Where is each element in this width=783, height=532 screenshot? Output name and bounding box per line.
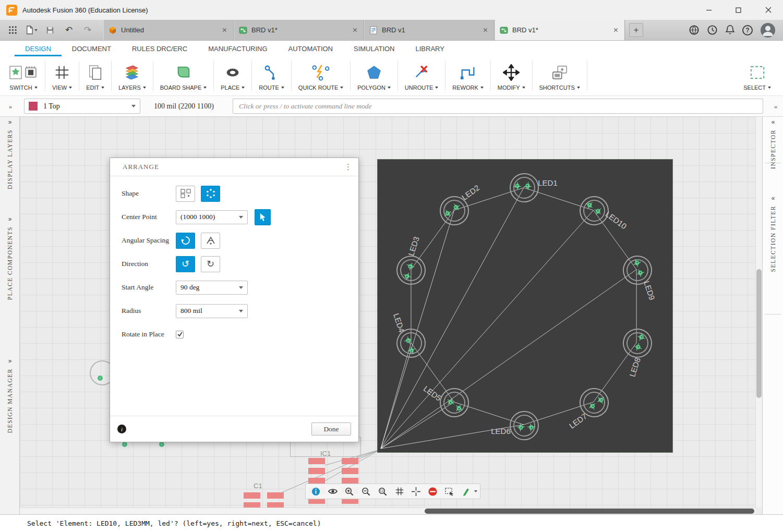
close-tab-icon[interactable] — [221, 26, 228, 34]
smd-pad[interactable] — [342, 458, 358, 464]
ribbon-group-polygon[interactable]: POLYGON — [351, 56, 397, 95]
ribbon-group-edit[interactable]: EDIT — [79, 56, 111, 95]
menu-tab-design[interactable]: DESIGN — [15, 41, 62, 56]
smd-pad[interactable] — [308, 458, 325, 464]
expand-panel-icon[interactable]: » — [8, 215, 11, 223]
led-pad[interactable] — [444, 210, 451, 216]
ribbon-group-switch[interactable]: SWITCH — [2, 56, 45, 95]
grid-icon[interactable] — [392, 485, 407, 498]
ribbon-group-view[interactable]: VIEW — [45, 56, 79, 95]
pcb-canvas[interactable]: IC1 C1 LED1LED2LED3LED4LED5LED6LED7LED8L… — [20, 117, 762, 514]
expand-panel-icon[interactable]: » — [8, 357, 11, 365]
command-line-input[interactable] — [233, 99, 763, 114]
close-button[interactable] — [753, 0, 783, 20]
redo-button[interactable]: ↷ — [78, 20, 97, 40]
close-tab-icon[interactable] — [612, 26, 620, 34]
info-icon[interactable] — [308, 485, 323, 498]
sidebar-panel-inspector[interactable]: «INSPECTOR — [763, 117, 783, 169]
rotate-in-place-checkbox[interactable] — [176, 331, 184, 338]
radius-dropdown[interactable]: 800 mil — [176, 304, 248, 318]
chevron-down-icon[interactable] — [474, 490, 477, 492]
disable-icon[interactable] — [425, 485, 440, 498]
document-tab[interactable]: BRD v1* — [234, 20, 364, 40]
menu-tab-automation[interactable]: AUTOMATION — [278, 41, 343, 56]
sidebar-panel-place-components[interactable]: »PLACE COMPONENTS — [0, 214, 19, 300]
zoom-in-icon[interactable] — [342, 485, 357, 498]
led-footprint[interactable] — [509, 172, 540, 203]
vertical-scrollbar-thumb[interactable] — [756, 269, 762, 398]
help-icon[interactable]: ? — [742, 25, 753, 35]
menu-tab-document[interactable]: DOCUMENT — [62, 41, 122, 56]
save-button[interactable] — [41, 20, 59, 40]
menu-tab-manufacturing[interactable]: MANUFACTURING — [198, 41, 278, 56]
dialog-menu-icon[interactable]: ⋮ — [344, 162, 352, 172]
info-icon[interactable]: i — [117, 425, 126, 433]
expand-panel-icon[interactable]: » — [8, 118, 11, 126]
clockwise-icon[interactable]: ↻ — [201, 256, 220, 272]
menu-tab-rules-drc-erc[interactable]: RULES DRC/ERC — [122, 41, 198, 56]
extensions-icon[interactable] — [689, 25, 700, 35]
led-pad[interactable] — [519, 425, 523, 430]
tht-pad[interactable] — [159, 442, 164, 447]
ribbon-group-select[interactable]: SELECT — [737, 56, 778, 95]
maximize-button[interactable] — [724, 0, 753, 20]
led-pad[interactable] — [525, 184, 530, 188]
zoom-window-icon[interactable] — [375, 485, 390, 498]
close-tab-icon[interactable] — [481, 26, 489, 34]
led-pad[interactable] — [453, 204, 460, 211]
select-window-icon[interactable] — [442, 485, 457, 498]
ribbon-group-place[interactable]: PLACE — [214, 56, 251, 95]
tht-pad[interactable] — [98, 376, 103, 381]
menu-tab-simulation[interactable]: SIMULATION — [343, 41, 405, 56]
document-tab[interactable]: BRD v1* — [495, 20, 625, 40]
crosshair-icon[interactable] — [408, 485, 424, 498]
smd-pad[interactable] — [267, 492, 284, 499]
sidebar-panel-selection-filter[interactable]: «SELECTION FILTER — [763, 193, 783, 272]
horizontal-scrollbar-thumb[interactable] — [425, 509, 755, 514]
undo-button[interactable]: ↶ — [59, 20, 78, 40]
sidebar-panel-design-manager[interactable]: »DESIGN MANAGER — [0, 356, 19, 433]
smd-pad[interactable] — [244, 492, 260, 499]
smd-pad[interactable] — [308, 468, 325, 474]
shape-rectangular-button[interactable] — [176, 186, 195, 202]
custom-spacing-button[interactable] — [201, 233, 220, 249]
led-footprint[interactable] — [509, 410, 540, 441]
start-angle-dropdown[interactable]: 90 deg — [176, 281, 248, 295]
profile-avatar[interactable] — [760, 22, 776, 38]
ribbon-group-modify[interactable]: MODIFY — [491, 56, 532, 95]
shape-circular-button[interactable] — [201, 186, 220, 202]
ribbon-group-rework[interactable]: REWORK — [445, 56, 490, 95]
pcb-board[interactable]: LED1LED2LED3LED4LED5LED6LED7LED8LED9LED1… — [377, 159, 673, 453]
zoom-out-icon[interactable] — [358, 485, 374, 498]
menu-tab-library[interactable]: LIBRARY — [405, 41, 455, 56]
tht-pad[interactable] — [122, 442, 127, 447]
notifications-bell-icon[interactable] — [725, 25, 735, 35]
sidebar-panel-display-layers[interactable]: »DISPLAY LAYERS — [0, 117, 19, 189]
layer-select-dropdown[interactable]: 1 Top — [24, 99, 140, 114]
center-point-dropdown[interactable]: (1000 1000) — [176, 210, 248, 224]
collapse-right-panels-icon[interactable]: « — [767, 102, 783, 111]
led-pad[interactable] — [515, 184, 520, 188]
job-status-icon[interactable] — [707, 25, 718, 35]
smd-pad[interactable] — [342, 468, 358, 474]
close-tab-icon[interactable] — [351, 26, 359, 34]
expand-left-panels-icon[interactable]: » — [0, 102, 20, 111]
ribbon-group-shortcuts[interactable]: SHORTCUTS — [533, 56, 587, 95]
ribbon-group-layers[interactable]: LAYERS — [112, 56, 153, 95]
new-tab-button[interactable]: + — [629, 23, 643, 37]
done-button[interactable]: Done — [311, 422, 351, 436]
visibility-icon[interactable] — [325, 485, 340, 498]
document-tab[interactable]: BRD v1 — [364, 20, 495, 40]
counterclockwise-icon[interactable]: ↺ — [176, 256, 195, 272]
ribbon-group-board-shape[interactable]: BOARD SHAPE — [153, 56, 213, 95]
collapse-panel-icon[interactable]: « — [772, 195, 775, 202]
probe-icon[interactable] — [459, 485, 474, 498]
ribbon-group-quick-route[interactable]: QUICK ROUTE — [292, 56, 350, 95]
ribbon-group-route[interactable]: ROUTE — [252, 56, 291, 95]
document-tab[interactable]: Untitled — [103, 20, 234, 40]
minimize-button[interactable] — [694, 0, 724, 20]
equal-spacing-button[interactable] — [176, 233, 195, 249]
arrange-dialog-header[interactable]: ARRANGE ⋮ — [110, 158, 358, 176]
ribbon-group-unroute[interactable]: UNROUTE — [398, 56, 445, 95]
collapse-panel-icon[interactable]: « — [772, 118, 775, 126]
